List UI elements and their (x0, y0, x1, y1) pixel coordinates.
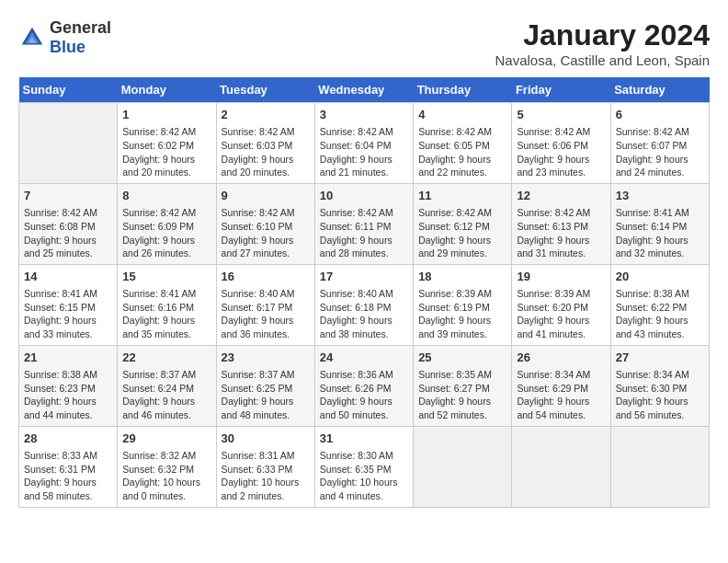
cell-content: Sunrise: 8:42 AMSunset: 6:07 PMDaylight:… (616, 125, 704, 179)
day-number: 9 (222, 188, 310, 204)
logo: General Blue (18, 18, 111, 57)
day-number: 5 (517, 107, 605, 123)
calendar-cell: 10Sunrise: 8:42 AMSunset: 6:11 PMDayligh… (314, 183, 413, 264)
cell-content: Sunrise: 8:42 AMSunset: 6:12 PMDaylight:… (418, 206, 506, 260)
cell-content: Sunrise: 8:42 AMSunset: 6:10 PMDaylight:… (222, 206, 310, 260)
cell-content: Sunrise: 8:33 AMSunset: 6:31 PMDaylight:… (24, 449, 112, 503)
calendar-cell: 23Sunrise: 8:37 AMSunset: 6:25 PMDayligh… (216, 345, 314, 426)
day-number: 1 (122, 107, 210, 123)
day-number: 15 (122, 269, 210, 285)
calendar-cell: 1Sunrise: 8:42 AMSunset: 6:02 PMDaylight… (118, 103, 216, 184)
calendar-cell: 27Sunrise: 8:34 AMSunset: 6:30 PMDayligh… (610, 345, 709, 426)
calendar-header-row: SundayMondayTuesdayWednesdayThursdayFrid… (19, 77, 710, 103)
calendar-cell (414, 426, 512, 507)
cell-content: Sunrise: 8:42 AMSunset: 6:02 PMDaylight:… (122, 125, 210, 179)
day-number: 22 (122, 350, 210, 366)
calendar-cell (610, 426, 709, 507)
calendar-cell: 16Sunrise: 8:40 AMSunset: 6:17 PMDayligh… (216, 264, 314, 345)
cell-content: Sunrise: 8:40 AMSunset: 6:17 PMDaylight:… (222, 287, 310, 341)
day-number: 4 (418, 107, 506, 123)
day-number: 6 (616, 107, 704, 123)
day-number: 21 (24, 350, 112, 366)
calendar-cell: 8Sunrise: 8:42 AMSunset: 6:09 PMDaylight… (118, 183, 216, 264)
calendar-week-1: 1Sunrise: 8:42 AMSunset: 6:02 PMDaylight… (19, 103, 710, 184)
cell-content: Sunrise: 8:37 AMSunset: 6:25 PMDaylight:… (222, 368, 310, 422)
cell-content: Sunrise: 8:40 AMSunset: 6:18 PMDaylight:… (320, 287, 408, 341)
cell-content: Sunrise: 8:42 AMSunset: 6:04 PMDaylight:… (320, 125, 408, 179)
calendar-cell: 4Sunrise: 8:42 AMSunset: 6:05 PMDaylight… (414, 103, 512, 184)
calendar-week-5: 28Sunrise: 8:33 AMSunset: 6:31 PMDayligh… (19, 426, 710, 507)
header-sunday: Sunday (19, 77, 118, 103)
page-title: January 2024 (495, 18, 710, 52)
cell-content: Sunrise: 8:39 AMSunset: 6:19 PMDaylight:… (418, 287, 506, 341)
cell-content: Sunrise: 8:42 AMSunset: 6:13 PMDaylight:… (517, 206, 605, 260)
cell-content: Sunrise: 8:39 AMSunset: 6:20 PMDaylight:… (517, 287, 605, 341)
header-wednesday: Wednesday (314, 77, 413, 103)
cell-content: Sunrise: 8:31 AMSunset: 6:33 PMDaylight:… (222, 449, 310, 503)
cell-content: Sunrise: 8:42 AMSunset: 6:11 PMDaylight:… (320, 206, 408, 260)
cell-content: Sunrise: 8:42 AMSunset: 6:06 PMDaylight:… (517, 125, 605, 179)
day-number: 12 (517, 188, 605, 204)
day-number: 28 (24, 431, 112, 447)
calendar-cell: 5Sunrise: 8:42 AMSunset: 6:06 PMDaylight… (512, 103, 610, 184)
cell-content: Sunrise: 8:38 AMSunset: 6:23 PMDaylight:… (24, 368, 112, 422)
calendar-cell: 21Sunrise: 8:38 AMSunset: 6:23 PMDayligh… (19, 345, 118, 426)
cell-content: Sunrise: 8:42 AMSunset: 6:05 PMDaylight:… (418, 125, 506, 179)
cell-content: Sunrise: 8:35 AMSunset: 6:27 PMDaylight:… (418, 368, 506, 422)
day-number: 8 (122, 188, 210, 204)
header-thursday: Thursday (414, 77, 512, 103)
calendar-cell: 15Sunrise: 8:41 AMSunset: 6:16 PMDayligh… (118, 264, 216, 345)
calendar-cell: 6Sunrise: 8:42 AMSunset: 6:07 PMDaylight… (610, 103, 709, 184)
calendar-week-4: 21Sunrise: 8:38 AMSunset: 6:23 PMDayligh… (19, 345, 710, 426)
calendar-cell: 11Sunrise: 8:42 AMSunset: 6:12 PMDayligh… (414, 183, 512, 264)
cell-content: Sunrise: 8:42 AMSunset: 6:08 PMDaylight:… (24, 206, 112, 260)
calendar-cell: 24Sunrise: 8:36 AMSunset: 6:26 PMDayligh… (314, 345, 413, 426)
day-number: 19 (517, 269, 605, 285)
calendar-cell: 25Sunrise: 8:35 AMSunset: 6:27 PMDayligh… (414, 345, 512, 426)
calendar-cell: 31Sunrise: 8:30 AMSunset: 6:35 PMDayligh… (314, 426, 413, 507)
day-number: 26 (517, 350, 605, 366)
calendar-cell: 20Sunrise: 8:38 AMSunset: 6:22 PMDayligh… (610, 264, 709, 345)
calendar-cell: 29Sunrise: 8:32 AMSunset: 6:32 PMDayligh… (118, 426, 216, 507)
calendar-cell: 26Sunrise: 8:34 AMSunset: 6:29 PMDayligh… (512, 345, 610, 426)
day-number: 24 (320, 350, 408, 366)
title-block: January 2024 Navalosa, Castille and Leon… (495, 18, 710, 68)
cell-content: Sunrise: 8:34 AMSunset: 6:29 PMDaylight:… (517, 368, 605, 422)
cell-content: Sunrise: 8:41 AMSunset: 6:14 PMDaylight:… (616, 206, 704, 260)
day-number: 2 (222, 107, 310, 123)
calendar-cell: 18Sunrise: 8:39 AMSunset: 6:19 PMDayligh… (414, 264, 512, 345)
calendar-cell: 30Sunrise: 8:31 AMSunset: 6:33 PMDayligh… (216, 426, 314, 507)
header-tuesday: Tuesday (216, 77, 314, 103)
header-saturday: Saturday (610, 77, 709, 103)
calendar-week-3: 14Sunrise: 8:41 AMSunset: 6:15 PMDayligh… (19, 264, 710, 345)
day-number: 16 (222, 269, 310, 285)
calendar-cell: 19Sunrise: 8:39 AMSunset: 6:20 PMDayligh… (512, 264, 610, 345)
cell-content: Sunrise: 8:42 AMSunset: 6:03 PMDaylight:… (222, 125, 310, 179)
day-number: 30 (222, 431, 310, 447)
cell-content: Sunrise: 8:30 AMSunset: 6:35 PMDaylight:… (320, 449, 408, 503)
day-number: 18 (418, 269, 506, 285)
calendar-cell: 17Sunrise: 8:40 AMSunset: 6:18 PMDayligh… (314, 264, 413, 345)
logo-general: General (50, 18, 111, 38)
calendar-cell: 3Sunrise: 8:42 AMSunset: 6:04 PMDaylight… (314, 103, 413, 184)
cell-content: Sunrise: 8:41 AMSunset: 6:16 PMDaylight:… (122, 287, 210, 341)
calendar-cell: 7Sunrise: 8:42 AMSunset: 6:08 PMDaylight… (19, 183, 118, 264)
day-number: 14 (24, 269, 112, 285)
day-number: 17 (320, 269, 408, 285)
day-number: 23 (222, 350, 310, 366)
day-number: 25 (418, 350, 506, 366)
calendar-cell: 9Sunrise: 8:42 AMSunset: 6:10 PMDaylight… (216, 183, 314, 264)
cell-content: Sunrise: 8:37 AMSunset: 6:24 PMDaylight:… (122, 368, 210, 422)
page-subtitle: Navalosa, Castille and Leon, Spain (495, 52, 710, 68)
header-friday: Friday (512, 77, 610, 103)
day-number: 13 (616, 188, 704, 204)
cell-content: Sunrise: 8:38 AMSunset: 6:22 PMDaylight:… (616, 287, 704, 341)
day-number: 7 (24, 188, 112, 204)
cell-content: Sunrise: 8:36 AMSunset: 6:26 PMDaylight:… (320, 368, 408, 422)
calendar-cell: 14Sunrise: 8:41 AMSunset: 6:15 PMDayligh… (19, 264, 118, 345)
logo-icon (18, 24, 46, 52)
calendar-cell: 2Sunrise: 8:42 AMSunset: 6:03 PMDaylight… (216, 103, 314, 184)
day-number: 31 (320, 431, 408, 447)
calendar-cell (19, 103, 118, 184)
calendar-cell: 12Sunrise: 8:42 AMSunset: 6:13 PMDayligh… (512, 183, 610, 264)
